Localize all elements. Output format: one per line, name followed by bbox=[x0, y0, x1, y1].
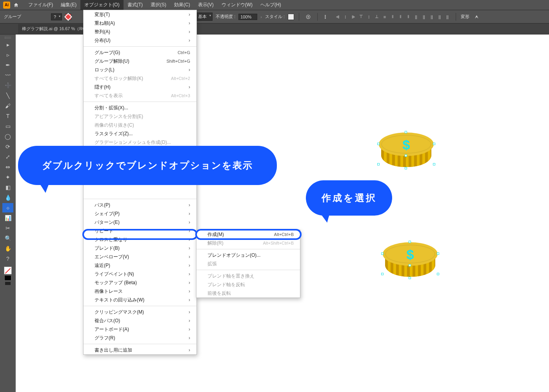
tool-direct-select[interactable]: ▹ bbox=[2, 50, 13, 60]
tool-help[interactable]: ? bbox=[2, 254, 13, 263]
tool-eyedropper[interactable]: 💧 bbox=[2, 193, 13, 202]
menubar-item-4[interactable]: 選択(S) bbox=[147, 0, 170, 10]
menu-item: 画像の切り抜き(C) bbox=[84, 121, 196, 129]
menubar-item-0[interactable]: ファイル(F) bbox=[24, 0, 57, 10]
tool-width[interactable]: ⇔ bbox=[2, 162, 13, 172]
tool-selection[interactable]: ▸ bbox=[2, 40, 13, 49]
menu-item[interactable]: 複合パス(O)› bbox=[84, 316, 196, 325]
align-icon-4[interactable]: ⫶ bbox=[365, 13, 373, 21]
menu-item[interactable]: ブレンド(B)› bbox=[84, 244, 196, 252]
align-icon-14[interactable]: || bbox=[444, 13, 451, 21]
align-icon-8[interactable]: ⫴ bbox=[397, 13, 404, 21]
style-label: スタイル : bbox=[265, 14, 285, 20]
align-panel-icon[interactable] bbox=[322, 13, 331, 21]
menu-item[interactable]: グループ(G)Ctrl+G bbox=[84, 48, 196, 57]
menu-item[interactable]: ラスタライズ(Z)... bbox=[84, 129, 196, 138]
menubar-item-1[interactable]: 編集(E) bbox=[57, 0, 80, 10]
menubar: ファイル(F)編集(E)オブジェクト(O)書式(T)選択(S)効果(C)表示(V… bbox=[24, 0, 285, 10]
menu-item[interactable]: パス(P)› bbox=[84, 201, 196, 209]
menubar-item-6[interactable]: 表示(V) bbox=[194, 0, 218, 10]
help-dropdown[interactable]: ? bbox=[51, 13, 62, 20]
opacity-label: 不透明度 : bbox=[216, 14, 235, 20]
align-icon-6[interactable]: ≡ bbox=[381, 13, 388, 21]
no-fill-swatch[interactable] bbox=[65, 14, 71, 20]
tool-type[interactable]: T bbox=[2, 111, 13, 121]
menubar-item-2[interactable]: オブジェクト(O) bbox=[80, 0, 123, 10]
screen-mode-icon[interactable] bbox=[5, 281, 11, 285]
menubar-item-8[interactable]: ヘルプ(H) bbox=[256, 0, 285, 10]
menu-item[interactable]: ロック(L)› bbox=[84, 65, 196, 74]
menu-item[interactable]: クロスと重なり› bbox=[84, 235, 196, 244]
tool-brush[interactable]: 🖌 bbox=[2, 101, 13, 111]
document-tab-bar: 棒グラフ解説.ai @ 16.67 %（RGB/プレビュー） × bbox=[0, 24, 549, 34]
menu-item[interactable]: クリッピングマスク(M)› bbox=[84, 308, 196, 316]
menu-item[interactable]: アートボード(A)› bbox=[84, 325, 196, 334]
blend-submenu: 作成(M)Alt+Ctrl+B解除(R)Alt+Shift+Ctrl+Bブレンド… bbox=[196, 230, 300, 298]
align-icon-1[interactable]: ⫶ bbox=[342, 13, 349, 21]
tool-panel-handle[interactable] bbox=[5, 37, 11, 38]
menu-item[interactable]: 遠近(P)› bbox=[84, 261, 196, 270]
align-icon-9[interactable]: ⫴ bbox=[405, 13, 412, 21]
align-icon-13[interactable]: || bbox=[436, 13, 443, 21]
align-icon-10[interactable]: || bbox=[413, 13, 420, 21]
align-icon-7[interactable]: ⫴ bbox=[389, 13, 396, 21]
menu-item[interactable]: エンベロープ(V)› bbox=[84, 252, 196, 261]
tool-line[interactable]: ╲ bbox=[2, 91, 13, 100]
menubar-item-7[interactable]: ウィンドウ(W) bbox=[218, 0, 256, 10]
tool-add-anchor[interactable]: ➕ bbox=[2, 81, 13, 90]
tool-zoom[interactable]: 🔍 bbox=[2, 234, 13, 243]
tool-blend[interactable]: ⟐ bbox=[2, 203, 13, 212]
menu-item[interactable]: パターン(E)› bbox=[84, 218, 196, 227]
fill-stroke-swatches[interactable] bbox=[4, 267, 12, 285]
align-icon-11[interactable]: || bbox=[420, 13, 427, 21]
align-icon-12[interactable]: || bbox=[428, 13, 435, 21]
menu-item[interactable]: 書き出し用に追加› bbox=[84, 346, 196, 354]
style-swatch[interactable] bbox=[288, 14, 294, 20]
menu-item[interactable]: 変形(T)› bbox=[84, 10, 196, 19]
tool-hand[interactable]: ✋ bbox=[2, 244, 13, 253]
menu-item[interactable]: グラフ(R)› bbox=[84, 334, 196, 342]
menu-item[interactable]: シェイプ(P)› bbox=[84, 209, 196, 218]
svg-rect-4 bbox=[325, 18, 325, 18]
align-icon-0[interactable]: ⫷ bbox=[334, 13, 341, 21]
menubar-item-5[interactable]: 効果(C) bbox=[170, 0, 194, 10]
menu-item[interactable]: 整列(A)› bbox=[84, 27, 196, 36]
menu-item[interactable]: 分布(U)› bbox=[84, 36, 196, 45]
transform-menu-icon[interactable] bbox=[473, 13, 481, 21]
align-icon-3[interactable]: ⊤ bbox=[358, 13, 365, 21]
menubar-item-3[interactable]: 書式(T) bbox=[124, 0, 147, 10]
coin-object-2[interactable]: $ bbox=[383, 242, 438, 278]
menu-item[interactable]: 分割・拡張(X)... bbox=[84, 103, 196, 112]
stroke-profile-dropdown[interactable]: 基本 bbox=[195, 13, 213, 21]
tool-slice[interactable]: ✂ bbox=[2, 223, 13, 233]
home-icon[interactable] bbox=[13, 2, 20, 9]
stroke-swatch[interactable] bbox=[4, 275, 11, 281]
opacity-input[interactable]: 100% bbox=[238, 14, 257, 20]
tool-panel: ▸▹✒〰➕╲🖌T▭◯⟳⤢⇔✦◧💧⟐📊✂🔍✋? bbox=[0, 34, 16, 285]
tool-rotate[interactable]: ⟳ bbox=[2, 142, 13, 151]
menu-item[interactable]: モックアップ (Beta)› bbox=[84, 278, 196, 287]
submenu-item[interactable]: ブレンドオプション(O)... bbox=[196, 251, 300, 260]
menu-item[interactable]: 画像トレース› bbox=[84, 287, 196, 296]
align-icon-2[interactable]: ⫸ bbox=[350, 13, 357, 21]
menu-item[interactable]: グループ解除(U)Shift+Ctrl+G bbox=[84, 57, 196, 65]
tool-freetransform[interactable]: ✦ bbox=[2, 172, 13, 182]
recolor-icon[interactable] bbox=[304, 13, 313, 21]
tool-curvature[interactable]: 〰 bbox=[2, 71, 13, 80]
tool-rect[interactable]: ▭ bbox=[2, 122, 13, 131]
tool-scale[interactable]: ⤢ bbox=[2, 152, 13, 162]
tool-column-graph[interactable]: 📊 bbox=[2, 213, 13, 223]
svg-rect-2 bbox=[325, 15, 325, 16]
fill-none-swatch[interactable] bbox=[4, 267, 12, 274]
tool-gradient[interactable]: ◧ bbox=[2, 183, 13, 192]
align-icon-5[interactable]: ⊥ bbox=[373, 13, 380, 21]
menu-item[interactable]: ライブペイント(N)› bbox=[84, 270, 196, 278]
coin-object-1[interactable]: $ bbox=[379, 132, 434, 168]
menu-item[interactable]: リピート› bbox=[84, 227, 196, 235]
tool-ellipse[interactable]: ◯ bbox=[2, 132, 13, 141]
tool-pen[interactable]: ✒ bbox=[2, 60, 13, 70]
menu-item[interactable]: 隠す(H)› bbox=[84, 83, 196, 91]
menu-item[interactable]: 重ね順(A)› bbox=[84, 19, 196, 27]
menu-item[interactable]: テキストの回り込み(W)› bbox=[84, 296, 196, 304]
submenu-item[interactable]: 作成(M)Alt+Ctrl+B bbox=[196, 230, 300, 239]
